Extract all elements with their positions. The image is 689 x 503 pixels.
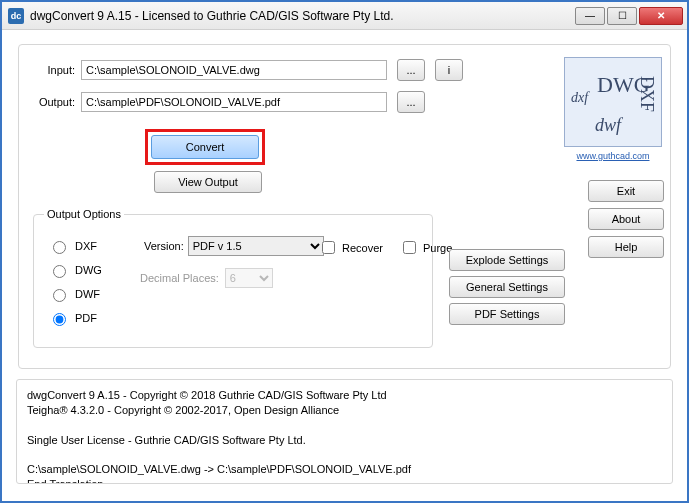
radio-dwg-label: DWG — [75, 264, 102, 276]
output-path-field[interactable] — [81, 92, 387, 112]
output-options-legend: Output Options — [44, 208, 124, 220]
output-options-group: Output Options DXF DWG DWF PDF Version: … — [33, 208, 433, 348]
logo-dwf: dwf — [595, 115, 621, 136]
input-label: Input: — [33, 64, 75, 76]
decimal-places-select: 6 — [225, 268, 273, 288]
app-icon: dc — [8, 8, 24, 24]
radio-dxf-label: DXF — [75, 240, 97, 252]
purge-checkbox[interactable]: Purge — [399, 238, 452, 257]
logo-dxf-caps: DXF — [636, 76, 657, 112]
main-panel: Input: ... i Output: ... Convert View Ou… — [18, 44, 671, 369]
help-button[interactable]: Help — [588, 236, 664, 258]
view-output-button[interactable]: View Output — [154, 171, 262, 193]
close-button[interactable]: ✕ — [639, 7, 683, 25]
convert-highlight: Convert — [145, 129, 265, 165]
window-title: dwgConvert 9 A.15 - Licensed to Guthrie … — [30, 9, 575, 23]
input-info-button[interactable]: i — [435, 59, 463, 81]
radio-pdf[interactable]: PDF — [48, 310, 102, 326]
general-settings-button[interactable]: General Settings — [449, 276, 565, 298]
version-select[interactable]: PDF v 1.5 — [188, 236, 324, 256]
radio-pdf-label: PDF — [75, 312, 97, 324]
maximize-button[interactable]: ☐ — [607, 7, 637, 25]
radio-dwf[interactable]: DWF — [48, 286, 102, 302]
format-logo: DWG dxf DXF dwf — [564, 57, 662, 147]
recover-checkbox[interactable]: Recover — [318, 238, 383, 257]
minimize-button[interactable]: — — [575, 7, 605, 25]
version-label: Version: — [144, 240, 184, 252]
radio-dwf-label: DWF — [75, 288, 100, 300]
input-browse-button[interactable]: ... — [397, 59, 425, 81]
exit-button[interactable]: Exit — [588, 180, 664, 202]
radio-dwg[interactable]: DWG — [48, 262, 102, 278]
input-path-field[interactable] — [81, 60, 387, 80]
recover-label: Recover — [342, 242, 383, 254]
logo-dxf-small: dxf — [571, 90, 588, 106]
log-output: dwgConvert 9 A.15 - Copyright © 2018 Gut… — [16, 379, 673, 484]
output-label: Output: — [33, 96, 75, 108]
radio-dxf[interactable]: DXF — [48, 238, 102, 254]
purge-label: Purge — [423, 242, 452, 254]
vendor-link[interactable]: www.guthcad.com — [576, 151, 649, 161]
title-bar: dc dwgConvert 9 A.15 - Licensed to Guthr… — [2, 2, 687, 30]
about-button[interactable]: About — [588, 208, 664, 230]
pdf-settings-button[interactable]: PDF Settings — [449, 303, 565, 325]
decimal-places-label: Decimal Places: — [140, 272, 219, 284]
explode-settings-button[interactable]: Explode Settings — [449, 249, 565, 271]
output-browse-button[interactable]: ... — [397, 91, 425, 113]
convert-button[interactable]: Convert — [151, 135, 259, 159]
